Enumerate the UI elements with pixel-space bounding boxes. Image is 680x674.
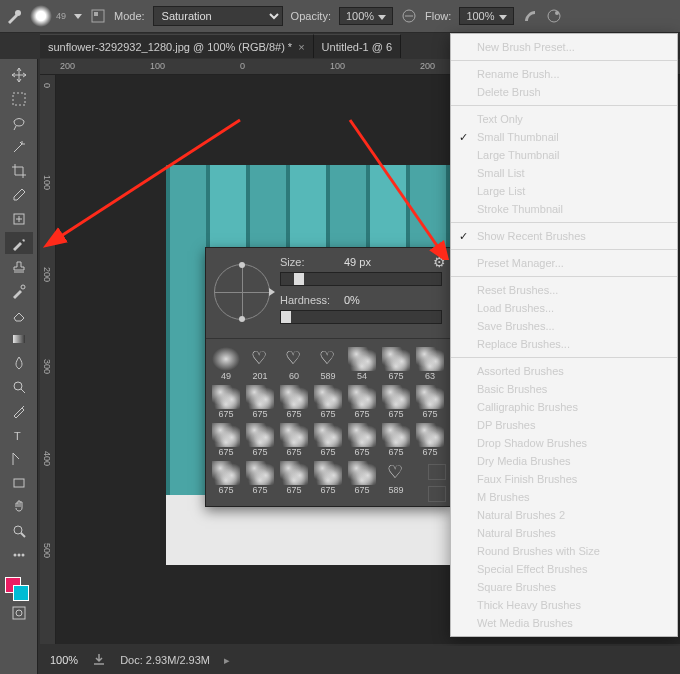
new-preset-icon[interactable] — [428, 464, 446, 480]
brush-preview-dropdown[interactable]: 49 — [30, 5, 82, 27]
move-tool[interactable] — [5, 64, 33, 86]
brush-angle-dial[interactable] — [214, 264, 270, 320]
eraser-tool[interactable] — [5, 304, 33, 326]
flow-value[interactable]: 100% — [459, 7, 513, 25]
path-tool[interactable] — [5, 448, 33, 470]
menu-item[interactable]: Faux Finish Brushes — [451, 470, 677, 488]
pen-tool[interactable] — [5, 400, 33, 422]
menu-item[interactable]: Preset Manager... — [451, 254, 677, 272]
brush-preset[interactable]: 675 — [278, 419, 310, 457]
crop-tool[interactable] — [5, 160, 33, 182]
brush-preset[interactable]: 60 — [278, 343, 310, 381]
tab-document-2[interactable]: Untitled-1 @ 6 — [314, 34, 401, 58]
brush-preset[interactable]: 589 — [312, 343, 344, 381]
brush-preset[interactable]: 675 — [210, 381, 242, 419]
brush-preset[interactable]: 49 — [210, 343, 242, 381]
brush-preset[interactable]: 675 — [278, 457, 310, 495]
pressure-opacity-icon[interactable] — [401, 8, 417, 24]
stamp-tool[interactable] — [5, 256, 33, 278]
menu-item[interactable]: ✓Show Recent Brushes — [451, 227, 677, 245]
blur-tool[interactable] — [5, 352, 33, 374]
menu-item[interactable]: Round Brushes with Size — [451, 542, 677, 560]
menu-item[interactable]: Basic Brushes — [451, 380, 677, 398]
blend-mode-select[interactable]: Saturation — [153, 6, 283, 26]
hand-tool[interactable] — [5, 496, 33, 518]
zoom-tool[interactable] — [5, 520, 33, 542]
marquee-tool[interactable] — [5, 88, 33, 110]
menu-item[interactable]: Drop Shadow Brushes — [451, 434, 677, 452]
brush-preset[interactable]: 589 — [380, 457, 412, 495]
tab-document-1[interactable]: sunflower-3292932_1280.jpg @ 100% (RGB/8… — [40, 34, 314, 58]
menu-item[interactable]: Save Brushes... — [451, 317, 677, 335]
brush-preset[interactable]: 675 — [244, 419, 276, 457]
export-icon[interactable] — [92, 652, 106, 668]
type-tool[interactable]: T — [5, 424, 33, 446]
color-swatches[interactable] — [5, 577, 33, 601]
brush-preset[interactable]: 675 — [210, 419, 242, 457]
quick-mask-icon[interactable] — [5, 602, 33, 624]
menu-item[interactable]: Calligraphic Brushes — [451, 398, 677, 416]
airbrush-icon[interactable] — [522, 8, 538, 24]
brush-preset[interactable]: 675 — [244, 457, 276, 495]
menu-item[interactable]: Thick Heavy Brushes — [451, 596, 677, 614]
menu-item[interactable]: Load Brushes... — [451, 299, 677, 317]
brush-preset[interactable]: 675 — [380, 343, 412, 381]
brush-preset[interactable]: 675 — [312, 457, 344, 495]
gradient-tool[interactable] — [5, 328, 33, 350]
brush-preset[interactable]: 675 — [278, 381, 310, 419]
menu-item[interactable]: Stroke Thumbnail — [451, 200, 677, 218]
brush-tool[interactable] — [5, 232, 33, 254]
rect-tool[interactable] — [5, 472, 33, 494]
menu-item[interactable]: ✓Small Thumbnail — [451, 128, 677, 146]
brush-preset[interactable]: 675 — [244, 381, 276, 419]
menu-item[interactable]: Text Only — [451, 110, 677, 128]
hardness-slider[interactable] — [280, 310, 442, 324]
brush-preset[interactable]: 63 — [414, 343, 446, 381]
menu-item[interactable]: Large Thumbnail — [451, 146, 677, 164]
menu-item[interactable]: Dry Media Brushes — [451, 452, 677, 470]
chevron-right-icon[interactable]: ▸ — [224, 654, 230, 667]
menu-item[interactable]: DP Brushes — [451, 416, 677, 434]
brush-preset[interactable]: 675 — [210, 457, 242, 495]
brush-preset[interactable]: 201 — [244, 343, 276, 381]
brush-preset[interactable]: 675 — [346, 457, 378, 495]
menu-item[interactable]: New Brush Preset... — [451, 38, 677, 56]
brush-preset[interactable]: 675 — [312, 419, 344, 457]
menu-item[interactable]: Small List — [451, 164, 677, 182]
history-brush-tool[interactable] — [5, 280, 33, 302]
resize-handle-icon[interactable] — [428, 486, 446, 502]
brush-preset[interactable]: 675 — [414, 381, 446, 419]
menu-item[interactable]: Special Effect Brushes — [451, 560, 677, 578]
size-value[interactable]: 49 px — [344, 256, 371, 268]
menu-item[interactable]: Reset Brushes... — [451, 281, 677, 299]
size-slider[interactable] — [280, 272, 442, 286]
menu-item[interactable]: Large List — [451, 182, 677, 200]
brush-preset[interactable]: 54 — [346, 343, 378, 381]
hardness-value[interactable]: 0% — [344, 294, 360, 306]
brush-panel-toggle-icon[interactable] — [90, 8, 106, 24]
pressure-size-icon[interactable] — [546, 8, 562, 24]
brush-preset[interactable]: 675 — [380, 419, 412, 457]
brush-preset[interactable]: 675 — [414, 419, 446, 457]
lasso-tool[interactable] — [5, 112, 33, 134]
opacity-value[interactable]: 100% — [339, 7, 393, 25]
heal-tool[interactable] — [5, 208, 33, 230]
brush-preset[interactable]: 675 — [380, 381, 412, 419]
brush-preset[interactable]: 675 — [346, 381, 378, 419]
dodge-tool[interactable] — [5, 376, 33, 398]
wand-tool[interactable] — [5, 136, 33, 158]
menu-item[interactable]: Natural Brushes 2 — [451, 506, 677, 524]
gear-icon[interactable]: ⚙ — [433, 254, 446, 270]
zoom-level[interactable]: 100% — [50, 654, 78, 666]
background-color[interactable] — [13, 585, 29, 601]
menu-item[interactable]: M Brushes — [451, 488, 677, 506]
menu-item[interactable]: Assorted Brushes — [451, 362, 677, 380]
edit-toolbar-tool[interactable] — [5, 544, 33, 566]
close-icon[interactable]: × — [298, 41, 304, 53]
menu-item[interactable]: Square Brushes — [451, 578, 677, 596]
brush-preset[interactable]: 675 — [312, 381, 344, 419]
menu-item[interactable]: Natural Brushes — [451, 524, 677, 542]
menu-item[interactable]: Replace Brushes... — [451, 335, 677, 353]
menu-item[interactable]: Wet Media Brushes — [451, 614, 677, 632]
eyedropper-tool[interactable] — [5, 184, 33, 206]
